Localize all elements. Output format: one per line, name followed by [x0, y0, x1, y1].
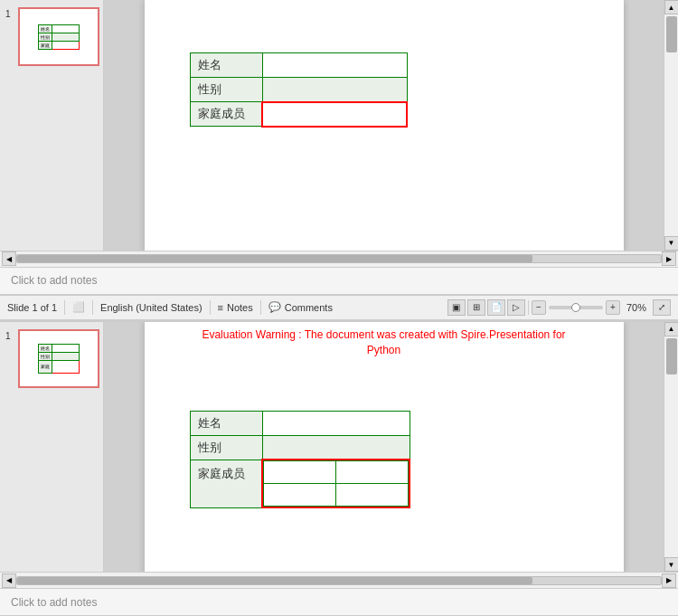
slide-content-2: Evaluation Warning : The document was cr… [104, 322, 678, 573]
sub-cell-1 [264, 461, 336, 484]
label-family-1: 家庭成员 [190, 102, 262, 127]
language-item: English (United States) [100, 302, 202, 313]
thumb-image-1[interactable]: 姓名 性别 家庭 [18, 7, 99, 66]
hscroll-bar-2: ◀ ▶ [0, 572, 678, 588]
zoom-control: ▣ ⊞ 📄 ▷ − + 70% ⤢ [447, 299, 671, 316]
view-icons: ▣ ⊞ 📄 ▷ [447, 299, 525, 316]
thumbnail-item-1[interactable]: 1 姓名 性别 家庭 [4, 7, 99, 66]
notes-icon: ≡ [218, 302, 223, 313]
sep-3 [210, 300, 211, 315]
slide-table-2: 姓名 性别 家庭成员 [190, 411, 411, 509]
slide-content-1: 姓名 性别 家庭成员 [104, 0, 678, 251]
thumbnail-sidebar-1: 1 姓名 性别 家庭 [0, 0, 104, 251]
language-label: English (United States) [100, 302, 202, 313]
comments-item[interactable]: 💬 Comments [268, 301, 333, 313]
notes-placeholder-2: Click to add notes [11, 596, 97, 609]
vscroll-track-2 [664, 336, 678, 558]
label-gender-1: 性别 [190, 78, 262, 102]
vscroll-thumb-2[interactable] [666, 338, 677, 374]
zoom-slider[interactable] [549, 306, 603, 309]
hscroll-left-1[interactable]: ◀ [2, 251, 16, 266]
slide-area-1: 1 姓名 性别 家庭 [0, 0, 678, 251]
hscroll-thumb-2[interactable] [17, 577, 532, 584]
slide-table-1: 姓名 性别 家庭成员 [190, 52, 409, 128]
sub-table-2 [263, 460, 409, 507]
eval-warning: Evaluation Warning : The document was cr… [145, 322, 624, 365]
sub-cell-4 [336, 484, 409, 507]
value-name-2 [262, 411, 410, 435]
zoom-level: 70% [626, 302, 646, 313]
thumbnail-sidebar-2: 1 姓名 性别 家庭 [0, 322, 104, 573]
eval-warning-line1: Evaluation Warning : The document was cr… [202, 328, 565, 341]
hscroll-right-1[interactable]: ▶ [662, 251, 676, 266]
sep-1 [64, 300, 65, 315]
slide-view-2[interactable]: Evaluation Warning : The document was cr… [104, 322, 664, 573]
vscroll-thumb-1[interactable] [666, 16, 677, 52]
zoom-out-btn[interactable]: − [532, 300, 546, 315]
value-gender-2 [262, 435, 410, 460]
notes-item[interactable]: ≡ Notes [218, 302, 253, 313]
value-family-2 [262, 460, 410, 507]
vscroll-track-1 [664, 14, 678, 236]
app-container: 1 姓名 性别 家庭 [0, 0, 678, 616]
hscroll-track-2 [16, 576, 662, 585]
slide-sorter-btn[interactable]: ⊞ [467, 299, 485, 316]
hscroll-right-2[interactable]: ▶ [662, 573, 676, 588]
scroll-down-btn-2[interactable]: ▼ [664, 557, 679, 572]
sub-cell-3 [264, 484, 336, 507]
normal-view-btn[interactable]: ▣ [447, 299, 466, 316]
slide-info: Slide 1 of 1 [7, 302, 57, 313]
slide-view-1[interactable]: 姓名 性别 家庭成员 [104, 0, 664, 251]
label-gender-2: 性别 [190, 435, 262, 460]
status-bar: Slide 1 of 1 ⬜ English (United States) ≡… [0, 295, 678, 320]
hscroll-track-1 [16, 254, 662, 263]
value-name-1 [262, 53, 407, 78]
hscroll-bar-1: ◀ ▶ [0, 251, 678, 267]
thumb-number-2: 1 [5, 331, 11, 341]
slide-area-2: 1 姓名 性别 家庭 Evaluati [0, 322, 678, 573]
slide-count: Slide 1 of 1 [7, 302, 57, 313]
label-name-1: 姓名 [190, 53, 262, 78]
eval-warning-line2: Python [367, 344, 400, 356]
comments-label: Comments [285, 302, 333, 313]
sep-4 [260, 300, 261, 315]
presenter-view-btn[interactable]: ▷ [507, 299, 525, 316]
sep-5 [528, 300, 529, 315]
scroll-up-btn-1[interactable]: ▲ [664, 0, 679, 14]
notes-placeholder-1: Click to add notes [11, 274, 97, 287]
panel-bottom: 1 姓名 性别 家庭 Evaluati [0, 320, 678, 617]
scroll-up-btn-2[interactable]: ▲ [664, 322, 679, 336]
hscroll-thumb-1[interactable] [17, 255, 532, 262]
thumb-image-2[interactable]: 姓名 性别 家庭 [18, 329, 99, 388]
sub-cell-2 [336, 461, 409, 484]
edit-icon: ⬜ [72, 301, 85, 313]
sep-2 [92, 300, 93, 315]
reading-view-btn[interactable]: 📄 [487, 299, 505, 316]
notes-bar-1[interactable]: Click to add notes [0, 267, 678, 294]
label-family-2: 家庭成员 [190, 460, 262, 507]
thumbnail-item-2[interactable]: 1 姓名 性别 家庭 [4, 329, 99, 388]
zoom-in-btn[interactable]: + [606, 300, 620, 315]
label-name-2: 姓名 [190, 411, 262, 435]
zoom-slider-thumb[interactable] [571, 303, 580, 312]
comments-icon: 💬 [268, 301, 281, 313]
panel-top: 1 姓名 性别 家庭 [0, 0, 678, 295]
notes-label: Notes [227, 302, 253, 313]
slide-canvas-2: Evaluation Warning : The document was cr… [145, 322, 624, 573]
notes-bar-2[interactable]: Click to add notes [0, 588, 678, 615]
vscroll-2: ▲ ▼ [664, 322, 678, 573]
edit-status: ⬜ [72, 301, 85, 313]
thumb-number-1: 1 [5, 9, 11, 19]
value-gender-1 [262, 78, 407, 102]
scroll-down-btn-1[interactable]: ▼ [664, 236, 679, 251]
fit-slide-btn[interactable]: ⤢ [653, 299, 671, 316]
vscroll-1: ▲ ▼ [664, 0, 678, 251]
slide-canvas-1: 姓名 性别 家庭成员 [145, 0, 624, 251]
hscroll-left-2[interactable]: ◀ [2, 573, 16, 588]
value-family-1 [262, 102, 407, 127]
